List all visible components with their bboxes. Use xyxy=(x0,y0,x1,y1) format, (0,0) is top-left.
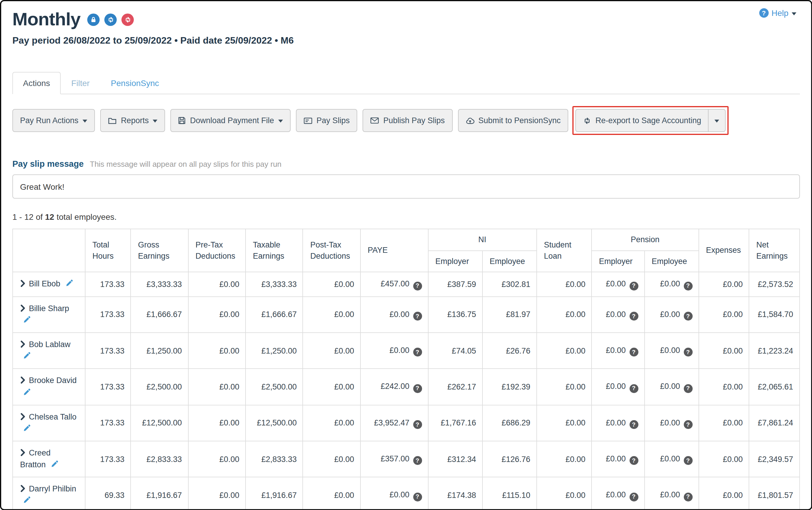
expand-chevron-icon[interactable] xyxy=(20,376,25,387)
reports-button[interactable]: Reports xyxy=(100,109,165,132)
tooltip-question-icon[interactable]: ? xyxy=(413,420,422,429)
employee-name[interactable]: Bob Lablaw xyxy=(29,340,70,349)
col-header-student-loan: Student Loan xyxy=(536,229,591,272)
tooltip-question-icon[interactable]: ? xyxy=(629,384,638,393)
summary-suffix: total employees. xyxy=(57,212,117,221)
tooltip-question-icon[interactable]: ? xyxy=(684,312,692,321)
publish-pay-slips-button[interactable]: Publish Pay Slips xyxy=(362,109,453,132)
cell-value: £0.00 xyxy=(606,279,626,288)
tooltip-question-icon[interactable]: ? xyxy=(684,492,692,501)
cell-value: £0.00 xyxy=(660,418,680,427)
edit-pencil-icon[interactable] xyxy=(65,279,73,290)
tooltip-question-icon[interactable]: ? xyxy=(629,281,638,290)
employee-row: Bill Ebob 173.33£3,333.33£0.00£3,333.33£… xyxy=(13,272,799,296)
pay-run-employee-table: Total Hours Gross Earnings Pre-Tax Deduc… xyxy=(12,229,800,510)
employee-name[interactable]: Billie Sharp xyxy=(29,304,69,312)
cell-value: £0.00 xyxy=(660,454,680,463)
tooltip-question-icon[interactable]: ? xyxy=(629,348,638,357)
employee-name[interactable]: Brooke David xyxy=(29,376,77,385)
download-payment-file-button[interactable]: Download Payment File xyxy=(171,109,291,132)
tooltip-question-icon[interactable]: ? xyxy=(413,456,422,465)
pay-run-actions-button[interactable]: Pay Run Actions xyxy=(12,109,95,132)
cell-value: £136.75 xyxy=(447,310,476,319)
cell-pre-tax-deductions: £0.00 xyxy=(188,405,245,441)
expand-chevron-icon[interactable] xyxy=(20,412,25,423)
employee-name-cell: Bill Ebob xyxy=(13,272,85,296)
expand-chevron-icon[interactable] xyxy=(20,339,25,351)
cell-pension-employer: £0.00? xyxy=(591,333,644,369)
cell-value: £1,666.67 xyxy=(261,310,297,319)
edit-pencil-icon[interactable] xyxy=(23,351,31,362)
employee-name-cell: Brooke David xyxy=(13,369,85,405)
cell-value: £1,801.57 xyxy=(758,491,793,500)
cell-ni-employee: £126.76 xyxy=(482,441,536,477)
cell-total-hours: 173.33 xyxy=(85,405,131,441)
tooltip-question-icon[interactable]: ? xyxy=(629,456,638,465)
employee-name-cell: Creed Bratton xyxy=(13,441,85,477)
cell-value: £0.00 xyxy=(219,383,239,391)
tooltip-question-icon[interactable]: ? xyxy=(413,492,422,501)
employee-row: Bob Lablaw 173.33£1,250.00£0.00£1,250.00… xyxy=(13,333,799,369)
tooltip-question-icon[interactable]: ? xyxy=(629,492,638,501)
tooltip-question-icon[interactable]: ? xyxy=(413,312,422,321)
cell-value: £3,333.33 xyxy=(261,280,297,289)
tab-pensionsync[interactable]: PensionSync xyxy=(100,72,170,94)
employee-name[interactable]: Darryl Philbin xyxy=(29,485,76,493)
employee-name[interactable]: Chelsea Tallo xyxy=(29,412,77,421)
repeat-icon xyxy=(583,117,591,124)
tooltip-question-icon[interactable]: ? xyxy=(629,420,638,429)
recurring-icon xyxy=(105,13,117,26)
cell-value: £0.00 xyxy=(389,310,410,319)
edit-pencil-icon[interactable] xyxy=(23,315,31,326)
tooltip-question-icon[interactable]: ? xyxy=(684,420,692,429)
tooltip-question-icon[interactable]: ? xyxy=(413,281,422,290)
action-toolbar: Pay Run Actions Reports Download Payment… xyxy=(12,109,800,132)
summary-prefix: 1 - 12 of xyxy=(12,212,43,221)
cell-value: £174.38 xyxy=(447,491,476,500)
tooltip-question-icon[interactable]: ? xyxy=(684,281,692,290)
cell-student-loan: £0.00 xyxy=(536,477,591,510)
cell-value: £2,349.57 xyxy=(758,455,793,463)
pay-slips-button[interactable]: Pay Slips xyxy=(296,109,357,132)
tab-actions[interactable]: Actions xyxy=(12,72,61,94)
reexport-sage-dropdown-button[interactable] xyxy=(708,109,726,132)
cell-value: £0.00 xyxy=(606,382,626,391)
edit-pencil-icon[interactable] xyxy=(23,496,31,507)
tab-filter[interactable]: Filter xyxy=(61,72,100,94)
cloud-upload-icon xyxy=(465,117,474,124)
col-header-net-earnings: Net Earnings xyxy=(749,229,799,272)
expand-chevron-icon[interactable] xyxy=(20,279,25,290)
cell-net-earnings: £7,861.24 xyxy=(749,405,799,441)
folder-icon xyxy=(108,117,117,124)
tooltip-question-icon[interactable]: ? xyxy=(629,312,638,321)
employee-name-cell: Darryl Philbin xyxy=(13,477,85,510)
cell-value: £0.00 xyxy=(334,310,354,319)
cell-net-earnings: £2,573.52 xyxy=(749,272,799,296)
tooltip-question-icon[interactable]: ? xyxy=(413,384,422,393)
tooltip-question-icon[interactable]: ? xyxy=(684,456,692,465)
help-menu[interactable]: ? Help xyxy=(759,8,796,18)
cell-value: 173.33 xyxy=(100,280,125,289)
reexport-sage-button[interactable]: Re-export to Sage Accounting xyxy=(575,109,709,132)
payslip-message-input[interactable] xyxy=(12,174,800,199)
tooltip-question-icon[interactable]: ? xyxy=(684,348,692,357)
cell-net-earnings: £1,584.70 xyxy=(749,296,799,333)
submit-to-pensionsync-button[interactable]: Submit to PensionSync xyxy=(458,109,568,132)
tooltip-question-icon[interactable]: ? xyxy=(684,384,692,393)
reexport-sage-split-button: Re-export to Sage Accounting xyxy=(575,109,726,132)
expand-chevron-icon[interactable] xyxy=(20,484,25,495)
employee-name[interactable]: Bill Ebob xyxy=(29,279,60,289)
edit-pencil-icon[interactable] xyxy=(23,424,31,435)
tooltip-question-icon[interactable]: ? xyxy=(413,348,422,357)
payslip-message-hint: This message will appear on all pay slip… xyxy=(90,160,282,169)
cell-value: £0.00 xyxy=(606,418,626,427)
edit-pencil-icon[interactable] xyxy=(51,460,59,471)
cell-net-earnings: £1,801.57 xyxy=(749,477,799,510)
cell-value: £1,250.00 xyxy=(146,346,182,355)
expand-chevron-icon[interactable] xyxy=(20,303,25,314)
chevron-down-icon xyxy=(715,120,720,123)
cell-student-loan: £0.00 xyxy=(536,296,591,333)
expand-chevron-icon[interactable] xyxy=(20,448,25,459)
cell-value: £2,065.61 xyxy=(758,383,793,391)
edit-pencil-icon[interactable] xyxy=(23,387,31,399)
